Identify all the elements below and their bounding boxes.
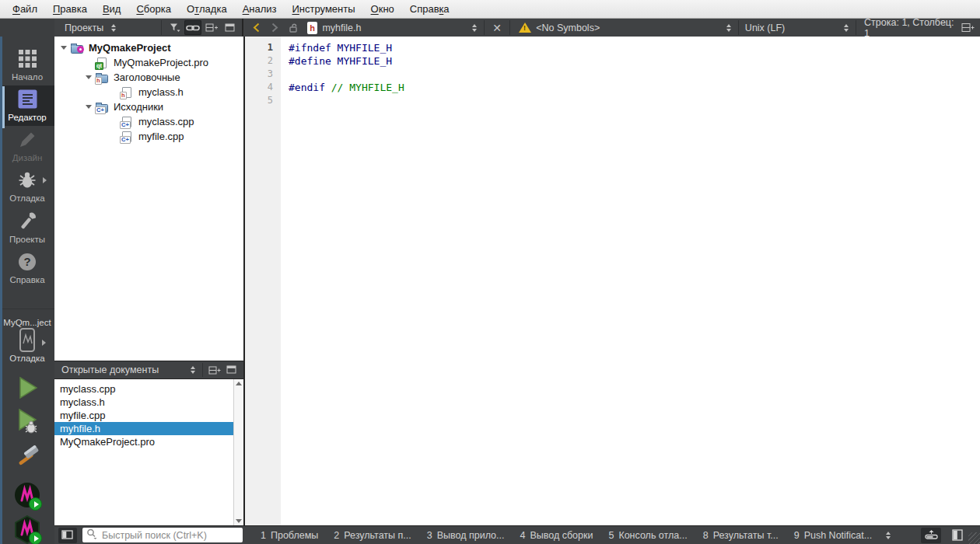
tree-row[interactable]: C+myfile.cpp	[54, 129, 243, 144]
output-pane-4[interactable]: 4Вывод сборки	[512, 526, 600, 544]
run-debug-button[interactable]	[15, 408, 40, 437]
tree-row[interactable]: C+Исходники	[54, 99, 243, 114]
pane-number: 8	[703, 530, 709, 541]
submenu-arrow-icon	[43, 177, 47, 183]
split-add-icon[interactable]	[207, 363, 222, 378]
output-pane-1[interactable]: 1Проблемы	[253, 526, 326, 544]
pane-label: Результаты т...	[713, 530, 779, 541]
cursor-position: Строка: 1, Столбец: 1	[859, 17, 958, 39]
tree-row[interactable]: MyQmakeProject	[54, 40, 243, 55]
divider	[856, 20, 856, 35]
mode-welcome[interactable]: Начало	[0, 45, 54, 85]
maximize-output-pane-icon[interactable]	[921, 528, 941, 543]
menu-build[interactable]: Сборка	[128, 0, 179, 18]
open-document-item[interactable]: myfile.cpp	[54, 409, 233, 422]
cpp-file-icon: C+	[121, 131, 134, 142]
search-input[interactable]	[100, 529, 239, 542]
pane-number: 1	[261, 530, 266, 541]
chevron-updown-icon[interactable]	[191, 366, 195, 374]
tree-row[interactable]: hmyclass.h	[54, 85, 243, 99]
split-add-icon[interactable]	[203, 20, 220, 35]
code-text	[281, 94, 289, 107]
open-documents-list[interactable]: myclass.cppmyclass.hmyfile.cppmyhfile.hM…	[54, 379, 243, 525]
output-pane-8[interactable]: 8Результаты т...	[695, 526, 786, 544]
link-with-editor-icon[interactable]	[184, 20, 201, 35]
expand-arrow-icon[interactable]	[61, 46, 67, 50]
output-pane-2[interactable]: 2Результаты п...	[326, 526, 418, 544]
nav-pane-selector[interactable]: Проекты	[65, 23, 158, 33]
code-editor[interactable]: 1#ifndef MYHFILE_H2#define MYHFILE_H34#e…	[245, 37, 980, 525]
toggle-right-sidebar-button[interactable]	[947, 528, 968, 543]
menu-view[interactable]: Вид	[95, 0, 129, 18]
symbols-selector[interactable]: <No Symbols>	[536, 23, 735, 33]
divider	[0, 309, 54, 309]
mode-projects[interactable]: Проекты	[0, 207, 54, 248]
toggle-left-sidebar-button[interactable]	[58, 528, 77, 543]
open-document-item[interactable]: myclass.cpp	[54, 382, 233, 396]
pane-label: Результаты п...	[344, 530, 411, 541]
scrollbar[interactable]	[233, 379, 243, 525]
qml-preview-live-button[interactable]	[13, 481, 41, 510]
open-file-name: myhfile.h	[322, 23, 468, 33]
output-pane-5[interactable]: 5Консоль отла...	[600, 526, 695, 544]
code-text	[281, 68, 289, 81]
quick-search-box[interactable]	[82, 528, 243, 542]
output-pane-9[interactable]: 9Push Notificat...	[786, 526, 880, 544]
menu-debug[interactable]: Отладка	[179, 0, 235, 18]
tree-item-label: MyQmakeProject.pro	[114, 57, 208, 68]
scroll-down-icon[interactable]	[236, 519, 242, 523]
open-document-item[interactable]: myclass.h	[54, 396, 233, 409]
collapse-panel-icon[interactable]	[222, 20, 239, 35]
question-icon: ?	[18, 252, 37, 272]
code-text: #endif // MYHFILE_H	[281, 81, 404, 94]
tree-row[interactable]: qtMyQmakeProject.pro	[54, 55, 243, 70]
code-line: 3	[245, 68, 980, 81]
output-pane-3[interactable]: 3Вывод прило...	[419, 526, 513, 544]
build-button[interactable]	[15, 445, 40, 473]
open-document-item[interactable]: myhfile.h	[54, 422, 233, 435]
qt-creator-window: ФайлПравкаВидСборкаОтладкаАнализИнструме…	[0, 0, 980, 544]
run-button[interactable]	[15, 375, 40, 403]
tree-row[interactable]: C+myclass.cpp	[54, 114, 243, 129]
kit-selector-button[interactable]	[16, 330, 38, 350]
menu-help[interactable]: Справка	[402, 0, 457, 18]
output-pane-buttons: 1Проблемы2Результаты п...3Вывод прило...…	[253, 526, 880, 544]
mode-label: Редактор	[8, 113, 47, 122]
output-pane-overflow-icon[interactable]	[886, 532, 891, 539]
mode-help[interactable]: ? Справка	[0, 248, 54, 288]
mode-label: Отладка	[9, 194, 44, 203]
split-editor-icon[interactable]	[959, 20, 976, 35]
open-document-item[interactable]: MyQmakeProject.pro	[54, 435, 233, 448]
pane-number: 3	[427, 530, 432, 541]
expand-arrow-icon[interactable]	[86, 75, 92, 79]
toolbar-corner	[0, 19, 54, 37]
token-comment: // MYHFILE_H	[331, 82, 404, 93]
chevron-updown-icon	[844, 24, 849, 32]
expand-arrow-icon[interactable]	[86, 105, 92, 109]
menu-analyze[interactable]: Анализ	[235, 0, 285, 18]
menu-file[interactable]: Файл	[5, 0, 45, 18]
divider	[161, 20, 162, 35]
mode-debug[interactable]: Отладка	[0, 166, 54, 207]
back-icon[interactable]	[247, 20, 264, 35]
menu-tools[interactable]: Инструменты	[285, 0, 363, 18]
close-document-icon[interactable]: ✕	[488, 22, 506, 34]
menu-window[interactable]: Окно	[363, 0, 402, 18]
resize-grip[interactable]	[968, 532, 980, 544]
line-ending-selector[interactable]: Unix (LF)	[742, 23, 852, 33]
tree-item-label: Заголовочные	[114, 71, 180, 83]
scroll-up-icon[interactable]	[236, 382, 242, 385]
forward-icon[interactable]	[266, 20, 283, 35]
h-file-icon: h	[121, 87, 134, 98]
project-tree[interactable]: MyQmakeProjectqtMyQmakeProject.prohЗагол…	[54, 37, 243, 361]
open-file-selector[interactable]: myhfile.h	[322, 23, 481, 33]
filter-icon[interactable]	[166, 20, 183, 35]
search-icon	[86, 528, 97, 542]
tree-row[interactable]: hЗаголовочные	[54, 70, 243, 85]
collapse-panel-icon[interactable]	[224, 363, 240, 378]
qml-preview-button[interactable]	[13, 515, 41, 544]
mode-editor[interactable]: Редактор	[0, 85, 54, 126]
pane-number: 5	[608, 530, 614, 541]
navigation-column: MyQmakeProjectqtMyQmakeProject.prohЗагол…	[54, 37, 245, 525]
menu-edit[interactable]: Правка	[45, 0, 95, 18]
